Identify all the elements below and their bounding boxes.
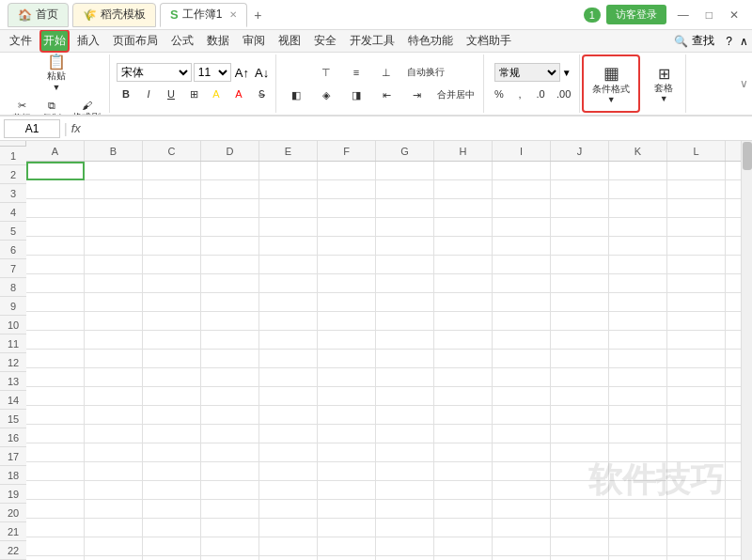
cell-M21[interactable] (726, 537, 741, 556)
cell-M15[interactable] (726, 425, 741, 443)
cell-I7[interactable] (493, 274, 551, 293)
cell-D6[interactable] (201, 256, 259, 274)
bold-button[interactable]: B (116, 84, 136, 104)
cell-H18[interactable] (434, 481, 493, 500)
cell-D21[interactable] (201, 537, 259, 556)
cell-F20[interactable] (318, 519, 376, 537)
cell-J16[interactable] (551, 443, 609, 462)
menu-dochelper[interactable]: 文档助手 (461, 31, 517, 51)
cell-M3[interactable] (726, 199, 741, 218)
cell-A18[interactable] (26, 481, 85, 500)
menu-home[interactable]: 开始 (39, 29, 70, 53)
cell-H12[interactable] (434, 368, 493, 387)
cell-F13[interactable] (318, 387, 376, 406)
cell-D9[interactable] (201, 312, 259, 331)
percent-button[interactable]: % (490, 84, 509, 104)
cell-K10[interactable] (609, 331, 667, 350)
align-center-button[interactable]: ◈ (312, 85, 340, 105)
cell-K12[interactable] (609, 368, 667, 387)
cell-K21[interactable] (609, 537, 667, 556)
cell-I18[interactable] (493, 481, 551, 500)
cell-J5[interactable] (551, 237, 609, 256)
cell-L9[interactable] (667, 312, 726, 331)
cell-H17[interactable] (434, 462, 493, 481)
cell-K6[interactable] (609, 256, 667, 274)
cell-J2[interactable] (551, 180, 609, 199)
cell-A14[interactable] (26, 406, 85, 425)
cell-J7[interactable] (551, 274, 609, 293)
vertical-scrollbar[interactable] (741, 141, 752, 560)
cell-G17[interactable] (376, 462, 434, 481)
cell-D3[interactable] (201, 199, 259, 218)
cell-A1[interactable] (26, 162, 85, 180)
cell-C18[interactable] (143, 481, 201, 500)
close-tab-icon[interactable]: ✕ (229, 9, 237, 20)
border-button[interactable]: ⊞ (183, 84, 204, 104)
cell-J20[interactable] (551, 519, 609, 537)
cell-M16[interactable] (726, 443, 741, 462)
cell-L15[interactable] (667, 425, 726, 443)
cell-C22[interactable] (143, 556, 201, 560)
cell-B16[interactable] (85, 443, 143, 462)
cell-D13[interactable] (201, 387, 259, 406)
cell-M17[interactable] (726, 462, 741, 481)
cell-F18[interactable] (318, 481, 376, 500)
cell-F17[interactable] (318, 462, 376, 481)
cell-E14[interactable] (259, 406, 318, 425)
cell-C12[interactable] (143, 368, 201, 387)
cell-L1[interactable] (667, 162, 726, 180)
cell-F5[interactable] (318, 237, 376, 256)
tab-workbook1[interactable]: S 工作簿1 ✕ (160, 3, 247, 27)
cell-D22[interactable] (201, 556, 259, 560)
cell-F9[interactable] (318, 312, 376, 331)
cell-H4[interactable] (434, 218, 493, 237)
cell-J8[interactable] (551, 293, 609, 312)
cell-E9[interactable] (259, 312, 318, 331)
cell-G6[interactable] (376, 256, 434, 274)
cell-L6[interactable] (667, 256, 726, 274)
cell-B6[interactable] (85, 256, 143, 274)
cell-B17[interactable] (85, 462, 143, 481)
cell-C15[interactable] (143, 425, 201, 443)
tab-home[interactable]: 🏠 首页 (8, 3, 69, 27)
cell-D10[interactable] (201, 331, 259, 350)
cell-J10[interactable] (551, 331, 609, 350)
tab-template[interactable]: 🌾 稻壳模板 (72, 3, 156, 27)
cell-A13[interactable] (26, 387, 85, 406)
ribbon-expand[interactable]: ∨ (740, 77, 748, 90)
cell-C21[interactable] (143, 537, 201, 556)
cell-M22[interactable] (726, 556, 741, 560)
cell-G10[interactable] (376, 331, 434, 350)
cell-A17[interactable] (26, 462, 85, 481)
cell-I20[interactable] (493, 519, 551, 537)
cell-I17[interactable] (493, 462, 551, 481)
wrap-text-button[interactable]: 自动换行 (402, 62, 449, 83)
cell-E7[interactable] (259, 274, 318, 293)
cell-I15[interactable] (493, 425, 551, 443)
cell-A22[interactable] (26, 556, 85, 560)
cell-L8[interactable] (667, 293, 726, 312)
cell-L4[interactable] (667, 218, 726, 237)
menu-review[interactable]: 审阅 (237, 31, 271, 51)
cell-K7[interactable] (609, 274, 667, 293)
cell-H1[interactable] (434, 162, 493, 180)
cell-E3[interactable] (259, 199, 318, 218)
cell-I11[interactable] (493, 350, 551, 368)
cell-F12[interactable] (318, 368, 376, 387)
cell-H2[interactable] (434, 180, 493, 199)
format-painter-button[interactable]: 🖌 格式刷 (68, 102, 105, 117)
cell-M18[interactable] (726, 481, 741, 500)
cell-L10[interactable] (667, 331, 726, 350)
cell-B14[interactable] (85, 406, 143, 425)
cell-G22[interactable] (376, 556, 434, 560)
cell-D1[interactable] (201, 162, 259, 180)
cell-I22[interactable] (493, 556, 551, 560)
cell-B1[interactable] (85, 162, 143, 180)
cell-D7[interactable] (201, 274, 259, 293)
number-format-expand[interactable]: ▼ (562, 68, 572, 78)
cell-J19[interactable] (551, 500, 609, 519)
cell-M6[interactable] (726, 256, 741, 274)
cell-K20[interactable] (609, 519, 667, 537)
cell-D11[interactable] (201, 350, 259, 368)
align-bottom-button[interactable]: ⊥ (372, 62, 400, 83)
